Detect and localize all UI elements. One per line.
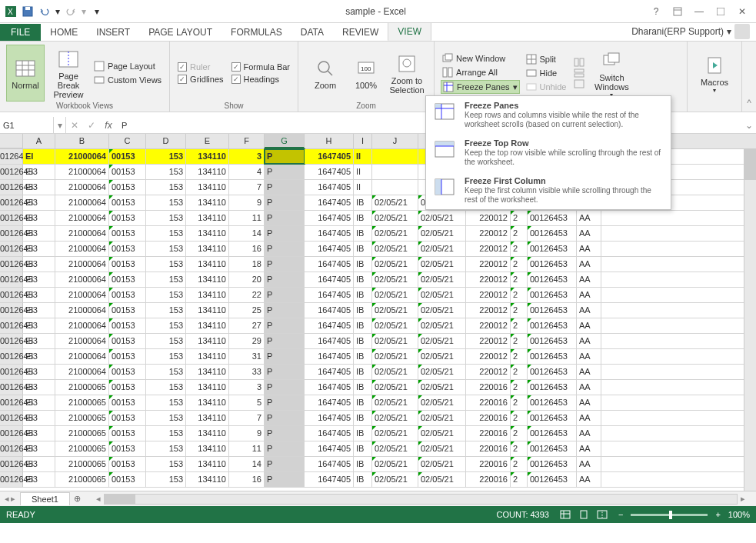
cell[interactable]: 00126453 [528, 211, 577, 225]
cell[interactable]: P [265, 441, 305, 456]
cell[interactable]: 00153 [109, 288, 146, 302]
cell[interactable]: 134110 [186, 195, 229, 210]
cell[interactable]: 21000064 [55, 257, 109, 272]
cell[interactable]: 02/05/21 [372, 395, 418, 410]
cell[interactable]: 1647405 [305, 257, 354, 272]
cell[interactable]: 7 [229, 411, 265, 425]
cell[interactable]: 02/05/21 [418, 334, 466, 348]
cell[interactable]: 1647405 [305, 365, 354, 379]
cell[interactable]: 21000064 [55, 149, 109, 164]
name-box-dropdown-icon[interactable]: ▾ [54, 117, 66, 133]
cell[interactable]: P [265, 180, 305, 195]
cell[interactable]: EI [23, 365, 55, 379]
page-break-view-icon[interactable] [594, 508, 611, 521]
ribbon-display-icon[interactable] [668, 4, 687, 19]
cell[interactable]: 00153 [109, 180, 146, 195]
formula-bar-checkbox[interactable]: ✓Formula Bar [230, 62, 292, 72]
cell[interactable]: 153 [146, 211, 186, 225]
cell[interactable]: EI [23, 180, 55, 195]
cell[interactable]: 21000064 [55, 303, 109, 318]
row-header[interactable]: 00126453 [0, 211, 23, 225]
cell[interactable]: 1647405 [305, 395, 354, 410]
cell[interactable]: 02/05/21 [372, 426, 418, 441]
cell[interactable]: 00153 [109, 441, 146, 456]
view-side-by-side-button[interactable] [572, 57, 586, 68]
tab-review[interactable]: REVIEW [333, 24, 388, 41]
cell[interactable]: 2 [511, 441, 528, 456]
zoom-100-button[interactable]: 100 100% [351, 45, 381, 102]
cell[interactable]: 21000064 [55, 349, 109, 364]
cell[interactable]: 21000064 [55, 195, 109, 210]
cell[interactable]: P [265, 149, 305, 164]
cell[interactable]: 220012 [466, 211, 511, 225]
cell[interactable]: 2 [511, 318, 528, 333]
cell[interactable]: 134110 [186, 334, 229, 348]
cell[interactable]: 1647405 [305, 180, 354, 195]
cell[interactable]: 2 [511, 226, 528, 241]
cell[interactable]: 20 [229, 272, 265, 287]
cell[interactable]: 02/05/21 [418, 395, 466, 410]
cell[interactable]: 21000065 [55, 380, 109, 395]
row-header[interactable]: 00126453 [0, 180, 23, 195]
cell[interactable]: AA [577, 334, 601, 348]
row-header[interactable]: 00126453 [0, 472, 23, 487]
row-header[interactable]: 00126453 [0, 303, 23, 318]
cell[interactable]: 2 [511, 334, 528, 348]
cell[interactable]: EI [23, 334, 55, 348]
cell[interactable]: 220012 [466, 365, 511, 379]
cell[interactable]: 02/05/21 [418, 411, 466, 425]
cell[interactable]: EI [23, 395, 55, 410]
cell[interactable]: 4 [229, 165, 265, 179]
cell[interactable]: AA [577, 318, 601, 333]
cell[interactable]: 02/05/21 [372, 257, 418, 272]
cell[interactable]: 220012 [466, 303, 511, 318]
cell[interactable]: 2 [511, 380, 528, 395]
cell[interactable]: 02/05/21 [418, 365, 466, 379]
cell[interactable]: 00153 [109, 149, 146, 164]
sheet-tab[interactable]: Sheet1 [20, 492, 70, 505]
cell[interactable]: 00153 [109, 395, 146, 410]
cell[interactable]: 153 [146, 365, 186, 379]
cell[interactable]: 21000065 [55, 426, 109, 441]
cell[interactable]: AA [577, 441, 601, 456]
cell[interactable]: 2 [511, 272, 528, 287]
vertical-scrollbar[interactable] [744, 149, 756, 491]
cell[interactable]: 3 [229, 149, 265, 164]
col-header-E[interactable]: E [186, 134, 229, 148]
cell[interactable]: 2 [511, 288, 528, 302]
cell[interactable]: AA [577, 472, 601, 487]
scroll-thumb[interactable] [105, 495, 135, 504]
cell[interactable]: 16 [229, 472, 265, 487]
col-header-H[interactable]: H [305, 134, 354, 148]
tab-formulas[interactable]: FORMULAS [221, 24, 291, 41]
cell[interactable]: AA [577, 349, 601, 364]
scroll-thumb[interactable] [744, 149, 756, 180]
cell[interactable]: 00153 [109, 334, 146, 348]
col-header-A[interactable]: A [23, 134, 55, 148]
cell[interactable]: 134110 [186, 395, 229, 410]
cell[interactable]: 02/05/21 [372, 365, 418, 379]
cell[interactable]: IB [354, 426, 372, 441]
cell[interactable]: 153 [146, 242, 186, 256]
cell[interactable]: 00153 [109, 303, 146, 318]
cell[interactable]: 21000064 [55, 211, 109, 225]
cell[interactable]: IB [354, 288, 372, 302]
cell[interactable]: IB [354, 380, 372, 395]
cell[interactable]: 02/05/21 [372, 472, 418, 487]
cell[interactable]: 21000065 [55, 472, 109, 487]
cell[interactable]: 2 [511, 472, 528, 487]
cell[interactable]: 134110 [186, 272, 229, 287]
cell[interactable]: 02/05/21 [372, 272, 418, 287]
cell[interactable]: 220012 [466, 334, 511, 348]
headings-checkbox[interactable]: ✓Headings [230, 74, 292, 85]
cell[interactable] [372, 165, 418, 179]
cell[interactable]: 134110 [186, 365, 229, 379]
cell[interactable]: 21000064 [55, 242, 109, 256]
cell[interactable]: 02/05/21 [372, 242, 418, 256]
col-header-D[interactable]: D [146, 134, 186, 148]
cell[interactable]: 134110 [186, 226, 229, 241]
cell[interactable]: 153 [146, 334, 186, 348]
cell[interactable]: 134110 [186, 165, 229, 179]
cell[interactable]: IB [354, 395, 372, 410]
cell[interactable]: EI [23, 318, 55, 333]
